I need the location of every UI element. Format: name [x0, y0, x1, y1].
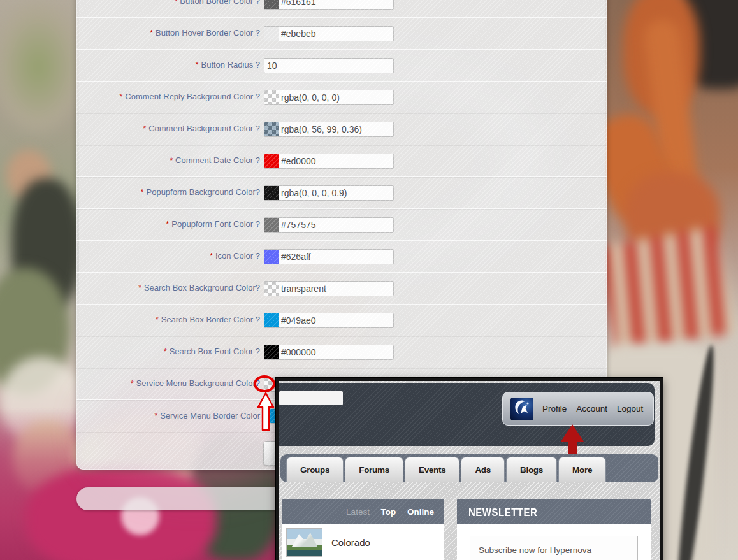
tooltip-dots	[263, 71, 263, 76]
tooltip-dots	[263, 230, 263, 235]
color-input[interactable]	[279, 154, 393, 168]
color-input[interactable]	[279, 218, 393, 232]
nav-tab-ads[interactable]: Ads	[461, 457, 505, 482]
field-label: *Search Box Border Color ?	[76, 315, 260, 325]
field-label: *Icon Color ?	[76, 252, 260, 261]
form-row: *Comment Background Color ?	[76, 113, 607, 145]
help-question-link[interactable]: ?	[256, 378, 260, 388]
preview-page: Profile Account Logout Groups Forums Eve…	[279, 381, 660, 560]
color-input[interactable]	[279, 27, 393, 41]
field-label: *Search Box Background Color?	[76, 284, 260, 293]
service-menu-account[interactable]: Account	[576, 404, 607, 413]
activity-panel: Latest · Top · Online Colorado	[282, 499, 444, 560]
required-asterisk: *	[156, 315, 159, 324]
preview-search-box[interactable]	[279, 391, 343, 405]
tab-latest[interactable]: Latest	[346, 507, 370, 517]
color-swatch[interactable]	[264, 282, 279, 296]
form-row: *Search Box Background Color?	[76, 273, 607, 305]
tooltip-dots	[263, 389, 263, 394]
field-label: *Button Radius ?	[76, 61, 260, 70]
field-label: *Comment Background Color ?	[76, 124, 260, 134]
tooltip-dots	[263, 7, 263, 12]
newsletter-text: Subscribe now for Hypernova newsletter t…	[470, 536, 638, 560]
form-row: *Search Box Font Color ?	[76, 336, 607, 368]
tooltip-dots	[263, 421, 263, 426]
tooltip-dots	[263, 357, 263, 363]
preview-site-header: Profile Account Logout	[279, 383, 655, 446]
required-asterisk: *	[143, 124, 146, 133]
color-swatch[interactable]	[264, 250, 279, 264]
field-label: *Search Box Font Color ?	[76, 347, 260, 357]
required-asterisk: *	[150, 29, 153, 38]
color-swatch[interactable]	[264, 218, 279, 232]
field-label: *Popupform Background Color?	[76, 188, 260, 197]
tooltip-dots	[263, 134, 263, 140]
tooltip-dots	[263, 198, 263, 203]
preview-nav-bar: Groups Forums Events Ads Blogs More	[280, 454, 658, 482]
required-asterisk: *	[141, 188, 144, 197]
field-label: *Comment Date Color ?	[76, 156, 260, 166]
form-row: *Comment Reply Background Color ?	[76, 82, 607, 113]
color-input[interactable]	[279, 122, 393, 136]
color-swatch[interactable]	[264, 90, 279, 104]
form-row: *Popupform Background Color?	[76, 177, 607, 209]
nav-tab-blogs[interactable]: Blogs	[506, 457, 557, 482]
required-asterisk: *	[210, 252, 213, 261]
form-row: *Button Border Color ?	[76, 0, 607, 18]
service-menu-profile[interactable]: Profile	[542, 404, 567, 413]
newsletter-title: NEWSLETTER	[457, 506, 537, 518]
tooltip-dots	[263, 262, 263, 267]
color-swatch[interactable]	[264, 154, 279, 168]
color-swatch[interactable]	[264, 27, 279, 41]
color-input[interactable]	[279, 250, 393, 264]
required-asterisk: *	[138, 284, 141, 292]
service-menu-logout[interactable]: Logout	[617, 404, 643, 413]
field-label: *Button Hover Border Color ?	[76, 29, 260, 38]
nav-tab-events[interactable]: Events	[405, 457, 459, 482]
list-item-colorado[interactable]: Colorado	[282, 524, 444, 560]
required-asterisk: *	[131, 379, 134, 388]
color-swatch[interactable]	[264, 0, 279, 9]
color-input[interactable]	[279, 345, 393, 359]
tab-top[interactable]: Top	[381, 507, 396, 517]
color-input[interactable]	[279, 0, 393, 9]
form-row: *Comment Date Color ?	[76, 145, 607, 177]
tooltip-dots	[263, 166, 263, 171]
form-row: *Search Box Border Color ?	[76, 305, 607, 336]
tooltip-dots	[263, 39, 263, 44]
color-swatch[interactable]	[264, 122, 279, 136]
field-label: *Service Menu Border Color	[76, 412, 260, 421]
service-menu: Profile Account Logout	[502, 392, 654, 426]
color-input[interactable]	[279, 90, 393, 104]
tab-separator: ·	[400, 508, 403, 515]
tooltip-dots	[263, 326, 263, 331]
hypernova-horse-logo-icon	[510, 398, 533, 420]
required-asterisk: *	[166, 220, 170, 229]
required-asterisk: *	[164, 347, 167, 356]
color-swatch[interactable]	[264, 313, 279, 327]
required-asterisk: *	[120, 92, 123, 101]
nav-tab-groups[interactable]: Groups	[286, 457, 344, 482]
form-row: *Button Radius ?	[76, 50, 607, 82]
field-label: *Service Menu Background Color?	[76, 379, 260, 389]
required-asterisk: *	[175, 0, 178, 6]
color-input[interactable]	[279, 313, 393, 327]
field-label: *Popupform Font Color ?	[76, 220, 260, 229]
required-asterisk: *	[155, 412, 158, 420]
tab-online[interactable]: Online	[407, 507, 434, 517]
radius-input[interactable]	[264, 59, 393, 73]
nav-tab-forums[interactable]: Forums	[345, 457, 403, 482]
newsletter-panel: NEWSLETTER Subscribe now for Hypernova n…	[457, 499, 651, 560]
nav-tab-more[interactable]: More	[558, 457, 606, 482]
tooltip-dots	[263, 103, 263, 108]
color-input[interactable]	[279, 186, 393, 200]
field-label: *Button Border Color ?	[76, 0, 260, 6]
color-swatch[interactable]	[264, 186, 279, 200]
color-input[interactable]	[279, 282, 393, 296]
form-row: *Icon Color ?	[76, 241, 607, 273]
color-swatch[interactable]	[264, 345, 279, 359]
form-row: *Popupform Font Color ?	[76, 209, 607, 241]
required-asterisk: *	[170, 156, 173, 165]
form-row: *Button Hover Border Color ?	[76, 18, 607, 50]
newsletter-panel-header: NEWSLETTER	[457, 499, 651, 524]
